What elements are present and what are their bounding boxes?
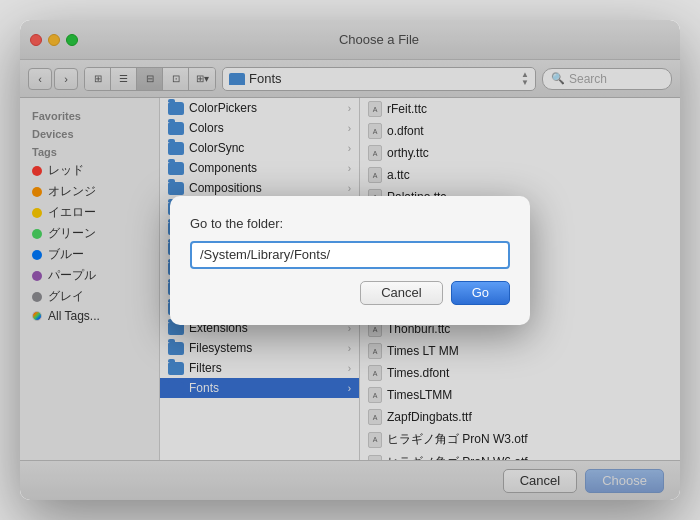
- goto-folder-modal: Go to the folder: Cancel Go: [170, 196, 530, 325]
- modal-go-button[interactable]: Go: [451, 281, 510, 305]
- modal-overlay: Go to the folder: Cancel Go: [20, 20, 680, 500]
- modal-buttons: Cancel Go: [190, 281, 510, 305]
- modal-title: Go to the folder:: [190, 216, 510, 231]
- goto-folder-input[interactable]: [190, 241, 510, 269]
- file-chooser-window: Choose a File ‹ › ⊞ ☰ ⊟ ⊡ ⊞▾ Fonts ▲ ▼ 🔍…: [20, 20, 680, 500]
- modal-cancel-button[interactable]: Cancel: [360, 281, 442, 305]
